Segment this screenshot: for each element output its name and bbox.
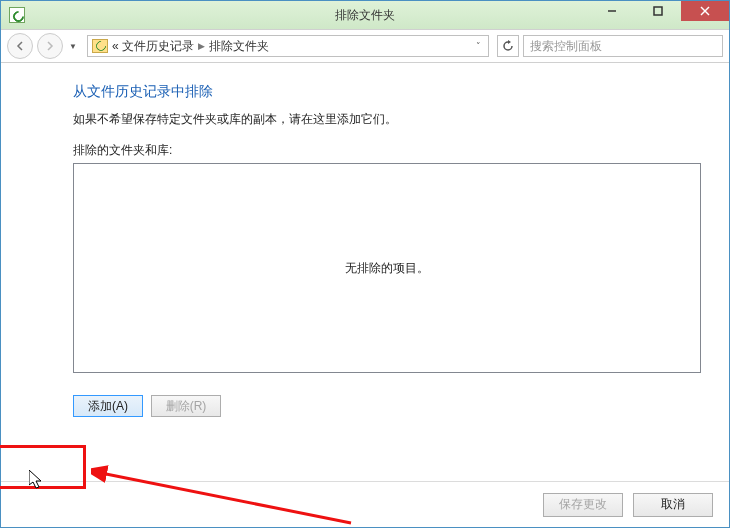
titlebar: 排除文件夹: [1, 1, 729, 29]
add-button[interactable]: 添加(A): [73, 395, 143, 417]
navbar: ▼ « 文件历史记录 ▶ 排除文件夹 ˅ 搜索控制面板: [1, 29, 729, 63]
excluded-list[interactable]: 无排除的项目。: [73, 163, 701, 373]
back-button[interactable]: [7, 33, 33, 59]
page-description: 如果不希望保存特定文件夹或库的副本，请在这里添加它们。: [73, 111, 701, 128]
search-input[interactable]: 搜索控制面板: [523, 35, 723, 57]
window-controls: [589, 1, 729, 21]
search-placeholder: 搜索控制面板: [530, 38, 602, 55]
close-button[interactable]: [681, 1, 729, 21]
footer: 保存更改 取消: [1, 481, 729, 527]
history-dropdown[interactable]: ▼: [67, 42, 79, 51]
minimize-button[interactable]: [589, 1, 635, 21]
svg-rect-1: [654, 7, 662, 15]
breadcrumb-part-2[interactable]: 排除文件夹: [209, 38, 269, 55]
app-icon: [9, 7, 25, 23]
remove-button: 删除(R): [151, 395, 221, 417]
cancel-button[interactable]: 取消: [633, 493, 713, 517]
list-buttons: 添加(A) 删除(R): [73, 395, 701, 417]
address-bar[interactable]: « 文件历史记录 ▶ 排除文件夹 ˅: [87, 35, 489, 57]
address-dropdown-icon[interactable]: ˅: [473, 41, 484, 51]
forward-button[interactable]: [37, 33, 63, 59]
refresh-button[interactable]: [497, 35, 519, 57]
page-heading: 从文件历史记录中排除: [73, 83, 701, 101]
maximize-button[interactable]: [635, 1, 681, 21]
content-area: 从文件历史记录中排除 如果不希望保存特定文件夹或库的副本，请在这里添加它们。 排…: [1, 63, 729, 481]
empty-list-text: 无排除的项目。: [345, 260, 429, 277]
window: 排除文件夹 ▼ « 文件历史记录 ▶ 排除文件夹 ˅ 搜索控制面板 从文件历史记…: [0, 0, 730, 528]
list-label: 排除的文件夹和库:: [73, 142, 701, 159]
save-button: 保存更改: [543, 493, 623, 517]
folder-icon: [92, 39, 108, 53]
breadcrumb-sep-icon: ▶: [198, 41, 205, 51]
breadcrumb-part-1[interactable]: « 文件历史记录: [112, 38, 194, 55]
